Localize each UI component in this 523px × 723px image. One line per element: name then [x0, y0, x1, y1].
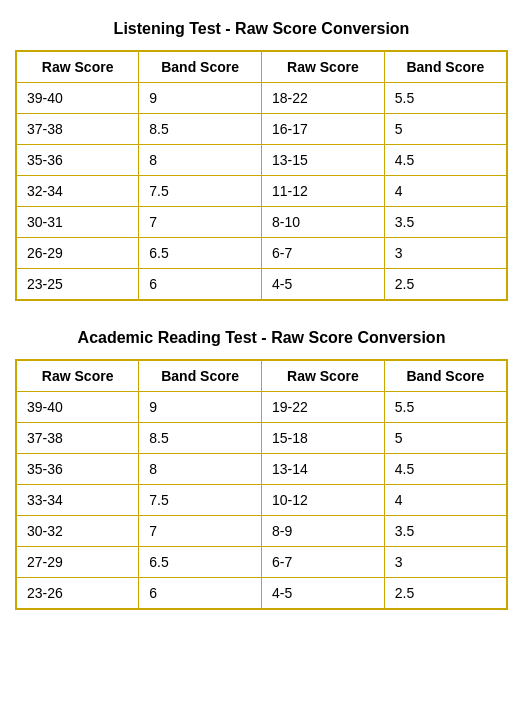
table-row: 37-388.515-185 — [16, 423, 507, 454]
table-cell: 7 — [139, 207, 262, 238]
table-cell: 5.5 — [384, 83, 507, 114]
listening-title: Listening Test - Raw Score Conversion — [15, 20, 508, 38]
table-cell: 30-32 — [16, 516, 139, 547]
table-cell: 7 — [139, 516, 262, 547]
academic-col3-header: Raw Score — [262, 360, 385, 392]
table-cell: 32-34 — [16, 176, 139, 207]
table-cell: 33-34 — [16, 485, 139, 516]
table-cell: 6 — [139, 578, 262, 610]
table-cell: 19-22 — [262, 392, 385, 423]
table-row: 27-296.56-73 — [16, 547, 507, 578]
table-cell: 7.5 — [139, 176, 262, 207]
listening-col3-header: Raw Score — [262, 51, 385, 83]
table-cell: 5.5 — [384, 392, 507, 423]
table-row: 30-3278-93.5 — [16, 516, 507, 547]
table-cell: 4-5 — [262, 578, 385, 610]
listening-col4-header: Band Score — [384, 51, 507, 83]
table-cell: 35-36 — [16, 454, 139, 485]
table-row: 26-296.56-73 — [16, 238, 507, 269]
academic-col1-header: Raw Score — [16, 360, 139, 392]
table-cell: 8-10 — [262, 207, 385, 238]
table-cell: 8 — [139, 454, 262, 485]
table-cell: 11-12 — [262, 176, 385, 207]
listening-col2-header: Band Score — [139, 51, 262, 83]
table-cell: 23-26 — [16, 578, 139, 610]
listening-section: Listening Test - Raw Score Conversion Ra… — [15, 20, 508, 301]
table-cell: 16-17 — [262, 114, 385, 145]
table-cell: 30-31 — [16, 207, 139, 238]
table-cell: 3 — [384, 547, 507, 578]
table-cell: 13-15 — [262, 145, 385, 176]
listening-col1-header: Raw Score — [16, 51, 139, 83]
table-cell: 2.5 — [384, 578, 507, 610]
table-cell: 4.5 — [384, 145, 507, 176]
table-row: 23-2564-52.5 — [16, 269, 507, 301]
table-cell: 13-14 — [262, 454, 385, 485]
table-row: 23-2664-52.5 — [16, 578, 507, 610]
table-cell: 6 — [139, 269, 262, 301]
table-row: 39-40918-225.5 — [16, 83, 507, 114]
table-row: 35-36813-144.5 — [16, 454, 507, 485]
table-cell: 6.5 — [139, 238, 262, 269]
table-cell: 4 — [384, 176, 507, 207]
table-cell: 4 — [384, 485, 507, 516]
table-cell: 8.5 — [139, 114, 262, 145]
table-cell: 5 — [384, 114, 507, 145]
table-cell: 39-40 — [16, 83, 139, 114]
table-row: 32-347.511-124 — [16, 176, 507, 207]
table-cell: 10-12 — [262, 485, 385, 516]
academic-header-row: Raw Score Band Score Raw Score Band Scor… — [16, 360, 507, 392]
table-cell: 4-5 — [262, 269, 385, 301]
table-cell: 3.5 — [384, 516, 507, 547]
table-cell: 5 — [384, 423, 507, 454]
table-cell: 6.5 — [139, 547, 262, 578]
table-cell: 23-25 — [16, 269, 139, 301]
table-cell: 3.5 — [384, 207, 507, 238]
listening-table: Raw Score Band Score Raw Score Band Scor… — [15, 50, 508, 301]
table-cell: 39-40 — [16, 392, 139, 423]
table-cell: 3 — [384, 238, 507, 269]
table-cell: 37-38 — [16, 114, 139, 145]
table-cell: 4.5 — [384, 454, 507, 485]
table-cell: 8 — [139, 145, 262, 176]
academic-table: Raw Score Band Score Raw Score Band Scor… — [15, 359, 508, 610]
academic-col4-header: Band Score — [384, 360, 507, 392]
table-row: 35-36813-154.5 — [16, 145, 507, 176]
table-cell: 18-22 — [262, 83, 385, 114]
academic-col2-header: Band Score — [139, 360, 262, 392]
table-cell: 37-38 — [16, 423, 139, 454]
table-cell: 7.5 — [139, 485, 262, 516]
table-row: 39-40919-225.5 — [16, 392, 507, 423]
table-cell: 9 — [139, 392, 262, 423]
academic-title: Academic Reading Test - Raw Score Conver… — [15, 329, 508, 347]
table-cell: 6-7 — [262, 547, 385, 578]
table-cell: 6-7 — [262, 238, 385, 269]
table-row: 30-3178-103.5 — [16, 207, 507, 238]
table-cell: 15-18 — [262, 423, 385, 454]
table-cell: 26-29 — [16, 238, 139, 269]
table-cell: 8-9 — [262, 516, 385, 547]
table-cell: 8.5 — [139, 423, 262, 454]
table-cell: 35-36 — [16, 145, 139, 176]
table-cell: 2.5 — [384, 269, 507, 301]
academic-section: Academic Reading Test - Raw Score Conver… — [15, 329, 508, 610]
table-row: 33-347.510-124 — [16, 485, 507, 516]
table-cell: 27-29 — [16, 547, 139, 578]
listening-header-row: Raw Score Band Score Raw Score Band Scor… — [16, 51, 507, 83]
table-cell: 9 — [139, 83, 262, 114]
table-row: 37-388.516-175 — [16, 114, 507, 145]
